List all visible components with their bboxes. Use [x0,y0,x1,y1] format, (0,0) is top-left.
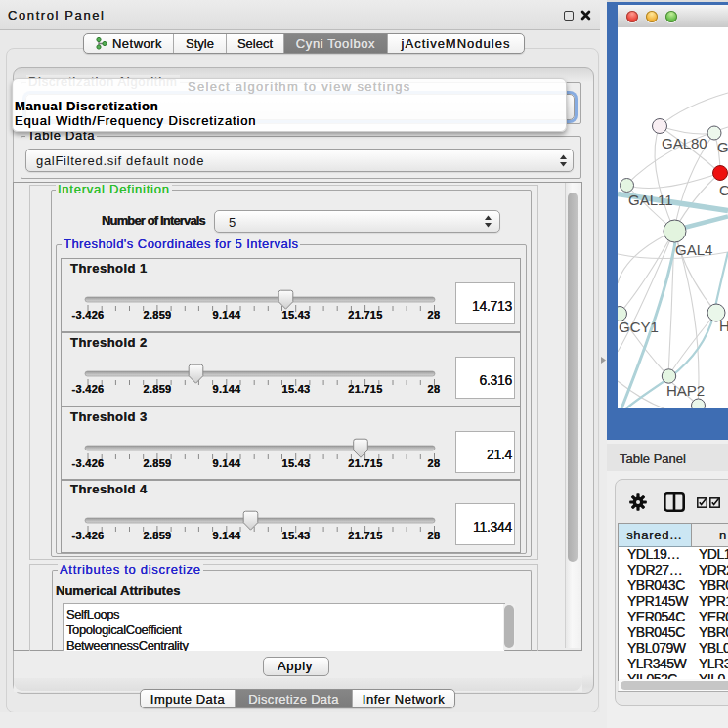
svg-text:H: H [719,318,728,334]
svg-text:C: C [719,182,728,198]
svg-text:GAL80: GAL80 [662,135,707,151]
svg-text:GAL11: GAL11 [628,192,673,208]
svg-text:GA: GA [717,139,728,155]
svg-text:GAL4: GAL4 [675,241,712,258]
svg-text:HAP2: HAP2 [666,382,705,399]
svg-text:GCY1: GCY1 [619,319,659,335]
